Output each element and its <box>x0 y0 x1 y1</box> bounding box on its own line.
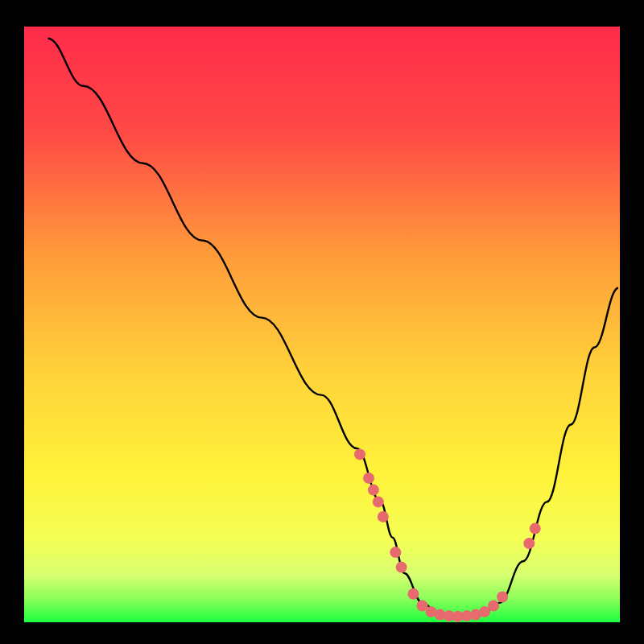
gradient-plot-bg <box>24 27 620 622</box>
chart-svg <box>0 0 644 644</box>
curve-marker <box>373 496 384 507</box>
curve-marker <box>363 473 374 484</box>
curve-marker <box>523 538 535 549</box>
curve-marker <box>497 592 508 603</box>
curve-marker <box>530 523 541 535</box>
curve-marker <box>390 547 401 558</box>
chart-canvas <box>0 0 644 644</box>
curve-marker <box>407 588 419 600</box>
curve-marker <box>354 448 365 460</box>
curve-marker <box>488 601 499 612</box>
curve-marker <box>368 485 379 496</box>
curve-marker <box>396 562 407 573</box>
curve-marker <box>378 511 389 522</box>
